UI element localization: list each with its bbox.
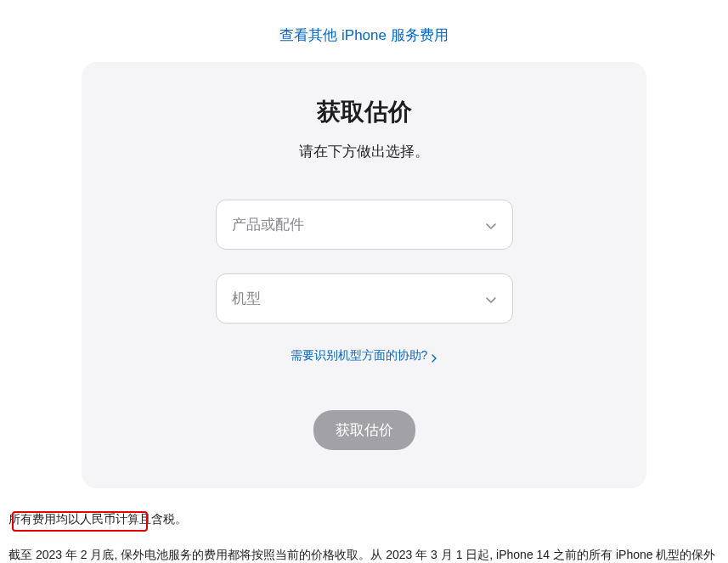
chevron-down-icon [485, 293, 497, 305]
card-title: 获取估价 [124, 96, 604, 128]
card-subtitle: 请在下方做出选择。 [124, 142, 604, 161]
footnote-text-part1: 截至 2023 年 2 月底, 保外电池服务的费用都将按照当前的价格收取。从 2… [8, 548, 715, 563]
product-select-placeholder: 产品或配件 [232, 215, 304, 234]
top-link-container: 查看其他 iPhone 服务费用 [0, 0, 728, 62]
footnote-currency: 所有费用均以人民币计算且含税。 [8, 510, 720, 530]
chevron-down-icon [485, 219, 497, 231]
help-link-container: 需要识别机型方面的协助? [124, 347, 604, 363]
footnotes-section: 所有费用均以人民币计算且含税。 截至 2023 年 2 月底, 保外电池服务的费… [0, 488, 728, 563]
model-select-wrapper: 机型 [216, 273, 513, 324]
model-select-placeholder: 机型 [232, 289, 261, 308]
help-link-label: 需要识别机型方面的协助? [291, 348, 428, 363]
submit-button-container: 获取估价 [124, 410, 604, 450]
estimate-card: 获取估价 请在下方做出选择。 产品或配件 机型 需要识别机型方面的协助? 获取估… [82, 62, 646, 488]
get-estimate-button[interactable]: 获取估价 [313, 410, 415, 450]
footnote-price-change: 截至 2023 年 2 月底, 保外电池服务的费用都将按照当前的价格收取。从 2… [8, 545, 720, 563]
chevron-right-icon [431, 352, 437, 360]
identify-model-help-link[interactable]: 需要识别机型方面的协助? [291, 348, 438, 363]
model-select[interactable]: 机型 [216, 273, 513, 324]
product-select[interactable]: 产品或配件 [216, 200, 513, 250]
view-other-services-link[interactable]: 查看其他 iPhone 服务费用 [279, 27, 448, 43]
product-select-wrapper: 产品或配件 [216, 200, 513, 250]
